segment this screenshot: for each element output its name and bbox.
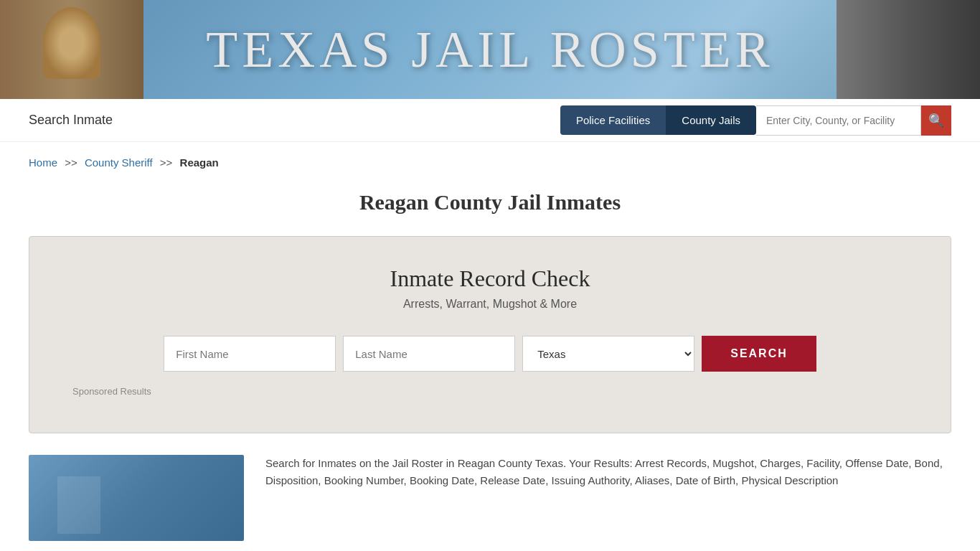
bottom-description: Search for Inmates on the Jail Roster in… [265, 455, 951, 489]
breadcrumb-sep-1: >> [65, 156, 77, 169]
nav-search-label: Search Inmate [29, 113, 560, 128]
nav-right: Police Facilities County Jails 🔍 [560, 105, 951, 136]
nav-bar: Search Inmate Police Facilities County J… [0, 99, 980, 142]
first-name-input[interactable] [164, 336, 336, 372]
breadcrumb-current: Reagan [180, 156, 219, 169]
record-check-subtitle: Arrests, Warrant, Mugshot & More [72, 298, 908, 311]
banner-right-image [837, 0, 980, 99]
banner-left-image [0, 0, 143, 99]
record-search-button[interactable]: SEARCH [702, 336, 816, 372]
site-title: Texas Jail Roster [206, 20, 773, 80]
record-check-title: Inmate Record Check [72, 265, 908, 292]
sponsored-results-label: Sponsored Results [72, 386, 908, 397]
breadcrumb: Home >> County Sheriff >> Reagan [0, 142, 980, 176]
record-check-box: Inmate Record Check Arrests, Warrant, Mu… [29, 236, 951, 433]
county-jails-button[interactable]: County Jails [666, 105, 756, 135]
record-check-form: Texas Alabama Alaska Arizona Arkansas Ca… [72, 336, 908, 372]
bottom-section: Search for Inmates on the Jail Roster in… [29, 455, 951, 541]
breadcrumb-sep-2: >> [160, 156, 173, 169]
facility-search-button[interactable]: 🔍 [921, 105, 951, 136]
bottom-image [29, 455, 244, 541]
state-select[interactable]: Texas Alabama Alaska Arizona Arkansas Ca… [522, 336, 694, 372]
police-facilities-button[interactable]: Police Facilities [560, 105, 666, 135]
search-icon: 🔍 [928, 113, 944, 128]
facility-search-input[interactable] [756, 105, 921, 136]
page-title: Reagan County Jail Inmates [0, 190, 980, 215]
breadcrumb-county-sheriff[interactable]: County Sheriff [85, 156, 153, 169]
last-name-input[interactable] [343, 336, 515, 372]
header-banner: Texas Jail Roster [0, 0, 980, 99]
breadcrumb-home[interactable]: Home [29, 156, 57, 169]
